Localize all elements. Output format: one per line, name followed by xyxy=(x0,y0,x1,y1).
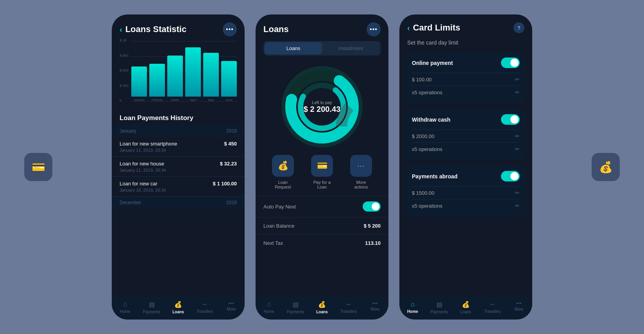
list-item: Loan for new car $ 1 100.00 January 16, … xyxy=(112,177,245,197)
nav-transfers[interactable]: ↔ Transfers xyxy=(335,301,362,314)
next-tax-value: 113.10 xyxy=(365,240,381,246)
donut-center: Left to pay $ 2 200.43 xyxy=(304,100,341,114)
nav-loans[interactable]: 💰 Loans xyxy=(309,301,335,314)
phone1-bottom-nav: ⌂ Home ▤ Payments 💰 Loans ↔ Transfers ••… xyxy=(112,297,245,320)
phone-loans-statistic: ‹ Loans Statistic ••• $ 1K $ 800 $ 600 $… xyxy=(112,14,245,320)
edit-amount-icon-2[interactable]: ✏ xyxy=(515,133,520,139)
nav-more[interactable]: ••• More xyxy=(506,301,532,314)
next-tax-label: Next Tax xyxy=(263,240,283,246)
edit-ops-icon[interactable]: ✏ xyxy=(515,89,520,95)
phone-card-limits: ‹ Card Limits ? Set the card day limit O… xyxy=(399,14,532,320)
edit-amount-icon[interactable]: ✏ xyxy=(515,76,520,83)
month-row-december: December 2019 xyxy=(112,197,245,208)
withdraw-cash-toggle[interactable] xyxy=(501,114,520,125)
loan-request-button[interactable]: 💰 LoanRequest xyxy=(272,155,294,189)
pay-loan-button[interactable]: 💳 Pay for aLoan xyxy=(311,155,333,189)
loan-request-icon: 💰 xyxy=(272,155,294,177)
payments-abroad-amount: $ 1500.00 xyxy=(412,190,435,196)
loan-balance-row: Loan Balance $ 5 200 xyxy=(256,217,388,234)
nav-home[interactable]: ⌂ Home xyxy=(399,301,426,314)
loan-balance-label: Loan Balance xyxy=(263,223,295,229)
phone2-header: Loans ••• xyxy=(256,14,388,41)
next-tax-row: Next Tax 113.10 xyxy=(256,234,388,251)
floating-card-icon: 💳 xyxy=(24,153,52,181)
withdraw-cash-card: Withdraw cash $ 2000.00 ✏ x5 operations … xyxy=(406,109,526,161)
withdraw-cash-amount: $ 2000.00 xyxy=(412,133,435,139)
nav-more[interactable]: ••• More xyxy=(218,301,245,314)
pay-loan-label: Pay for aLoan xyxy=(313,180,331,189)
phone-loans: Loans ••• Loans Installment xyxy=(256,14,388,320)
phone3-title: Card Limits xyxy=(413,23,460,33)
loan-history-title: Loan Payments History xyxy=(112,110,245,125)
list-item: Loan for new smartphone $ 450 January 11… xyxy=(112,137,245,157)
loan-actions: 💰 LoanRequest 💳 Pay for aLoan ⋯ Moreacti… xyxy=(256,152,388,196)
more-actions-button[interactable]: ⋯ Moreactions xyxy=(350,155,372,189)
phone2-bottom-nav: ⌂ Home ▤ Payments 💰 Loans ↔ Transfers ••… xyxy=(256,297,388,320)
donut-amount: $ 2 200.43 xyxy=(304,105,341,114)
online-payment-ops: x5 operations xyxy=(412,90,442,95)
edit-amount-icon-3[interactable]: ✏ xyxy=(515,190,520,196)
nav-loans[interactable]: 💰 Loans xyxy=(165,301,191,314)
tab-loans[interactable]: Loans xyxy=(265,42,322,54)
help-button[interactable]: ? xyxy=(513,22,524,33)
loan-chart-area: $ 1K $ 800 $ 600 $ 400 0 January Februar… xyxy=(112,41,245,110)
nav-home[interactable]: ⌂ Home xyxy=(112,301,138,314)
chart-bars: January Februar Marth April May June xyxy=(131,47,237,102)
nav-transfers[interactable]: ↔ Transfers xyxy=(479,301,506,314)
nav-transfers[interactable]: ↔ Transfers xyxy=(191,301,218,314)
edit-ops-icon-2[interactable]: ✏ xyxy=(515,146,520,152)
phone1-header: ‹ Loans Statistic ••• xyxy=(112,14,245,41)
nav-more[interactable]: ••• More xyxy=(362,301,388,314)
more-actions-icon: ⋯ xyxy=(350,155,372,177)
edit-ops-icon-3[interactable]: ✏ xyxy=(515,203,520,209)
phone3-header: ‹ Card Limits ? xyxy=(399,14,532,38)
payments-abroad-ops: x5 operations xyxy=(412,203,442,209)
nav-payments[interactable]: ▤ Payments xyxy=(426,301,453,314)
loan-balance-value: $ 5 200 xyxy=(364,223,381,229)
payments-abroad-name: Payments abroad xyxy=(412,173,458,180)
withdraw-cash-ops: x5 operations xyxy=(412,146,442,152)
phone3-bottom-nav: ⌂ Home ▤ Payments 💰 Loans ↔ Transfers ••… xyxy=(399,297,532,320)
month-row-january: January 2019 xyxy=(112,125,245,137)
phone2-title: Loans xyxy=(263,24,289,34)
auto-pay-toggle[interactable] xyxy=(363,201,381,212)
payments-abroad-toggle[interactable] xyxy=(501,171,520,181)
withdraw-cash-name: Withdraw cash xyxy=(412,117,451,123)
phone1-dots-button[interactable]: ••• xyxy=(223,22,237,36)
donut-label: Left to pay xyxy=(304,100,341,105)
main-scene: 💳 ‹ Loans Statistic ••• $ 1K $ 800 $ 600… xyxy=(0,0,644,334)
nav-home[interactable]: ⌂ Home xyxy=(256,301,282,314)
phone2-dots-button[interactable]: ••• xyxy=(367,22,381,36)
list-item: Loan for new house $ 32.23 January 11, 2… xyxy=(112,157,245,177)
donut-chart-area: Left to pay $ 2 200.43 xyxy=(256,62,388,152)
auto-pay-row: Auto Pay Next xyxy=(256,196,388,217)
online-payment-name: Online payment xyxy=(412,60,453,66)
online-payment-toggle[interactable] xyxy=(501,57,520,68)
payments-abroad-card: Payments abroad $ 1500.00 ✏ x5 operation… xyxy=(406,165,526,217)
nav-payments[interactable]: ▤ Payments xyxy=(282,301,309,314)
back-arrow-icon-3[interactable]: ‹ xyxy=(407,23,410,32)
svg-point-5 xyxy=(335,81,339,85)
tab-installment[interactable]: Installment xyxy=(322,42,379,54)
online-payment-card: Online payment $ 100.00 ✏ x5 operations … xyxy=(406,52,526,104)
nav-payments[interactable]: ▤ Payments xyxy=(138,301,165,314)
back-arrow-icon[interactable]: ‹ xyxy=(120,25,122,34)
phone1-title: Loans Statistic xyxy=(125,24,186,34)
loan-request-label: LoanRequest xyxy=(275,180,291,189)
nav-loans[interactable]: 💰 Loans xyxy=(453,301,479,314)
more-actions-label: Moreactions xyxy=(354,180,368,189)
card-limits-subtitle: Set the card day limit xyxy=(399,38,532,52)
loans-tabs: Loans Installment xyxy=(263,41,381,56)
online-payment-amount: $ 100.00 xyxy=(412,77,432,83)
floating-bag-icon: 💰 xyxy=(592,153,620,181)
auto-pay-label: Auto Pay Next xyxy=(263,204,296,210)
pay-loan-icon: 💳 xyxy=(311,155,333,177)
